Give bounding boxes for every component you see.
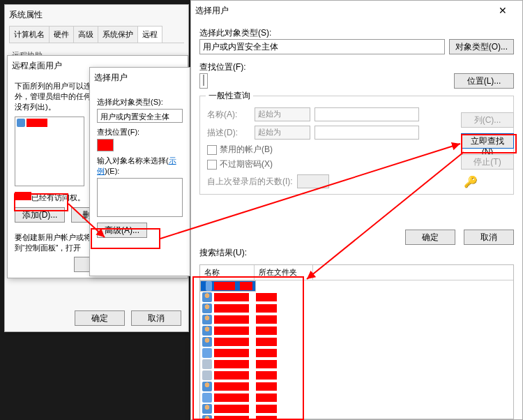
result-row[interactable] (200, 292, 513, 303)
adv-location-label: 查找位置(F): (199, 61, 514, 73)
days-since-login-label: 自上次登录后的天数(I): (207, 176, 293, 188)
object-type-field[interactable]: 用户或内置安全主体 (97, 109, 183, 123)
redacted-folder (256, 304, 277, 313)
select-user-adv-body: 选择此对象类型(S): 用户或内置安全主体 对象类型(O)... 查找位置(F)… (191, 20, 522, 419)
result-row[interactable] (200, 403, 513, 414)
find-now-button[interactable]: 立即查找(N) (461, 133, 514, 149)
adv-cancel-button[interactable]: 取消 (464, 230, 514, 245)
redacted-folder (256, 293, 277, 301)
user-icon (202, 337, 212, 347)
select-user-body: 选择此对象类型(S): 用户或内置安全主体 查找位置(F): 输入对象名称来选择… (90, 87, 190, 243)
days-since-login-input[interactable] (297, 174, 329, 188)
disabled-accounts-label: 禁用的帐户(B) (220, 144, 273, 156)
tab-computer-name[interactable]: 计算机名 (9, 26, 50, 43)
user-icon (202, 382, 212, 391)
common-queries-legend: 一般性查询 (206, 90, 253, 102)
select-user-btnrow: 高级(A)... (97, 223, 183, 238)
redacted-folder (256, 349, 277, 357)
redacted-folder (240, 282, 252, 290)
result-row[interactable] (200, 280, 256, 292)
adv-object-type-label: 选择此对象类型(S): (199, 27, 514, 39)
tab-hardware[interactable]: 硬件 (49, 26, 74, 43)
rdu-add-button[interactable]: 添加(D)... (15, 207, 65, 223)
redacted-name (214, 405, 249, 413)
system-properties-buttons: 确定 取消 (75, 310, 181, 326)
object-names-field[interactable] (97, 178, 183, 217)
redacted-name (214, 360, 249, 368)
result-row[interactable] (200, 392, 513, 403)
name-filter-mode[interactable]: 起始为 (255, 107, 310, 121)
redacted-folder (256, 405, 277, 413)
system-properties-titlebar: 系统属性 (5, 5, 188, 24)
result-row[interactable] (200, 325, 513, 336)
col-folder[interactable]: 所在文件夹 (255, 265, 313, 280)
redacted-folder (256, 371, 277, 380)
result-row[interactable] (200, 370, 513, 381)
user-icon (17, 119, 25, 127)
disabled-accounts-checkbox[interactable] (207, 145, 217, 155)
user-icon (202, 315, 212, 324)
location-field[interactable] (97, 139, 114, 151)
names-label-post: )(E): (105, 167, 119, 175)
result-row[interactable] (200, 381, 513, 392)
non-expiring-password-checkbox[interactable] (207, 160, 217, 170)
rdu-user-item[interactable] (17, 119, 82, 128)
user-icon (202, 326, 212, 336)
redacted-folder (256, 338, 277, 346)
tab-system-protect[interactable]: 系统保护 (98, 26, 138, 43)
redacted-folder (256, 315, 277, 324)
rdu-user-list[interactable] (15, 117, 84, 186)
stop-button[interactable]: 停止(T) (461, 154, 514, 170)
col-name[interactable]: 名称 (200, 265, 255, 280)
name-filter-input[interactable] (314, 107, 419, 121)
redacted-name (214, 393, 249, 402)
desc-filter-mode[interactable]: 起始为 (255, 126, 310, 140)
redacted-name (214, 416, 249, 419)
locations-button[interactable]: 位置(L)... (454, 73, 514, 89)
location-label: 查找位置(F): (97, 127, 183, 137)
group-icon (202, 359, 212, 369)
result-row[interactable] (200, 347, 513, 359)
names-label: 输入对象名称来选择(示例)(E): (97, 156, 183, 177)
system-properties-cancel[interactable]: 取消 (131, 310, 181, 326)
result-row[interactable] (200, 336, 513, 347)
redacted-folder (256, 382, 277, 391)
user-icon (202, 415, 212, 419)
tab-advanced[interactable]: 高级 (73, 26, 98, 43)
redacted-name (214, 315, 249, 324)
key-icon[interactable]: 🔑 (461, 175, 480, 188)
side-buttons: 列(C)... 立即查找(N) 停止(T) 🔑 (461, 112, 514, 188)
result-row[interactable] (200, 359, 513, 370)
tab-remote[interactable]: 远程 (137, 26, 162, 43)
columns-button[interactable]: 列(C)... (461, 112, 514, 128)
advanced-button[interactable]: 高级(A)... (97, 223, 147, 238)
users-icon (202, 393, 212, 403)
result-row[interactable] (200, 314, 513, 325)
object-types-button[interactable]: 对象类型(O)... (449, 39, 514, 54)
adv-object-type-field[interactable]: 用户或内置安全主体 (199, 39, 445, 54)
results-list[interactable]: 名称 所在文件夹 (199, 264, 514, 419)
user-icon (202, 303, 212, 313)
user-icon (202, 292, 212, 302)
result-row[interactable] (200, 303, 513, 314)
adv-location-field[interactable] (203, 75, 204, 86)
redacted-username-2 (15, 192, 31, 200)
adv-ok-button[interactable]: 确定 (405, 230, 455, 245)
select-user-title: 选择用户 (94, 72, 185, 84)
redacted-folder (256, 416, 277, 419)
redacted-name (214, 293, 249, 301)
name-filter-label: 名称(A): (207, 109, 250, 121)
close-icon[interactable]: ✕ (487, 3, 518, 18)
redacted-name (214, 382, 249, 391)
users-icon (206, 281, 212, 291)
desc-filter-label: 描述(D): (207, 127, 250, 139)
redacted-name (214, 371, 249, 380)
redacted-name (214, 304, 249, 313)
rdu-permission-suffix: 已经有访问权。 (31, 193, 85, 202)
desc-filter-input[interactable] (314, 126, 419, 140)
result-row[interactable] (200, 414, 513, 419)
user-icon (202, 404, 212, 414)
redacted-name (214, 338, 249, 346)
system-properties-ok[interactable]: 确定 (75, 310, 125, 326)
select-user-adv-title: 选择用户 (195, 5, 487, 17)
